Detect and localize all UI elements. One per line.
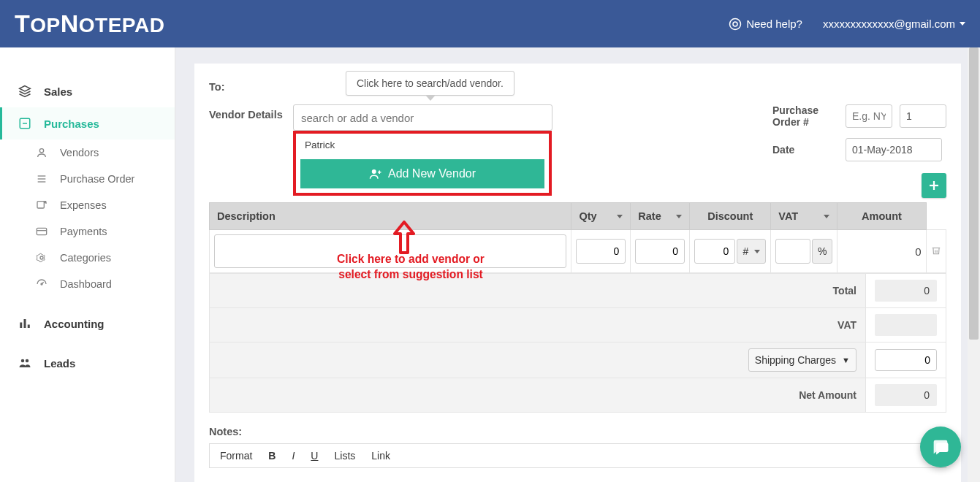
svg-point-20 <box>372 169 376 174</box>
th-description: Description <box>210 203 571 230</box>
svg-rect-17 <box>28 325 30 329</box>
share-icon <box>35 199 48 212</box>
svg-rect-10 <box>37 228 46 234</box>
discount-unit-select[interactable]: # <box>737 239 766 264</box>
chevron-down-icon <box>676 215 682 218</box>
svg-point-1 <box>733 22 737 26</box>
sidebar-item-dashboard[interactable]: Dashboard <box>0 271 175 297</box>
th-rate[interactable]: Rate <box>631 203 690 230</box>
date-label: Date <box>772 144 838 156</box>
sidebar-label: Accounting <box>44 318 105 330</box>
user-email: xxxxxxxxxxxxx@gmail.com <box>823 18 955 30</box>
purchase-order-form: To: Vendor Details Click here to search/… <box>194 64 961 482</box>
svg-rect-15 <box>20 323 22 329</box>
chevron-down-icon <box>824 215 829 218</box>
th-vat[interactable]: VAT <box>771 203 837 230</box>
chevron-down-icon <box>960 22 965 26</box>
sidebar: Sales Purchases Vendors Purchase Order E… <box>0 47 175 482</box>
net-amount-label: Net Amount <box>210 378 866 413</box>
sidebar-item-purchases[interactable]: Purchases <box>0 107 175 139</box>
svg-point-5 <box>39 149 43 153</box>
rate-input[interactable] <box>635 239 685 264</box>
svg-rect-16 <box>24 319 26 328</box>
sidebar-label: Sales <box>44 85 72 98</box>
link-button[interactable]: Link <box>371 450 390 462</box>
po-meta: Purchase Order # Date <box>772 104 946 161</box>
chat-icon <box>930 437 951 457</box>
bar-chart-icon <box>18 316 32 331</box>
sidebar-item-vendors[interactable]: Vendors <box>0 139 175 166</box>
vat-input[interactable] <box>775 239 810 264</box>
total-label: Total <box>210 274 866 308</box>
minus-square-icon <box>18 116 32 131</box>
th-amount: Amount <box>837 203 926 230</box>
add-new-vendor-button[interactable]: Add New Vendor <box>300 159 544 188</box>
svg-point-0 <box>730 18 741 29</box>
help-icon <box>729 18 742 31</box>
sidebar-label: Dashboard <box>60 278 112 290</box>
delete-row-button[interactable] <box>926 230 946 273</box>
total-value: 0 <box>875 280 937 302</box>
annotation-text: Click here to add vendor or select from … <box>316 251 506 282</box>
lists-menu[interactable]: Lists <box>334 450 355 462</box>
sidebar-label: Purchase Order <box>60 173 134 185</box>
vendor-search-input[interactable] <box>293 104 552 131</box>
vendor-details-label: Vendor Details <box>209 104 293 120</box>
sidebar-item-expenses[interactable]: Expenses <box>0 192 175 218</box>
svg-point-18 <box>21 359 25 363</box>
svg-point-19 <box>26 359 29 363</box>
scrollbar[interactable] <box>968 47 980 482</box>
underline-button[interactable]: U <box>311 450 318 462</box>
format-menu[interactable]: Format <box>220 450 252 462</box>
th-qty[interactable]: Qty <box>571 203 631 230</box>
chevron-down-icon <box>617 215 623 218</box>
svg-rect-9 <box>37 202 44 208</box>
vendor-tooltip: Click here to search/add vendor. <box>346 71 514 96</box>
vendor-combobox: Click here to search/add vendor. Patrick… <box>293 104 552 131</box>
sidebar-label: Categories <box>60 252 111 264</box>
user-icon <box>35 146 48 159</box>
sidebar-item-accounting[interactable]: Accounting <box>0 307 175 340</box>
app-logo: TOPNOTEPAD <box>15 9 164 38</box>
layers-icon <box>18 84 32 99</box>
user-plus-icon <box>369 167 382 180</box>
charges-select[interactable]: Shipping Charges ▼ <box>748 348 856 372</box>
charges-input[interactable] <box>875 349 937 371</box>
net-amount-value: 0 <box>875 384 937 406</box>
add-line-button[interactable] <box>922 173 946 198</box>
help-link[interactable]: Need help? <box>729 18 802 31</box>
vendor-option[interactable]: Patrick <box>296 134 549 156</box>
main-content: To: Vendor Details Click here to search/… <box>175 47 980 482</box>
plus-icon <box>927 179 941 192</box>
sidebar-item-leads[interactable]: Leads <box>0 347 175 379</box>
sidebar-item-purchase-order[interactable]: Purchase Order <box>0 166 175 192</box>
sidebar-label: Leads <box>44 357 75 370</box>
to-label: To: <box>209 77 293 93</box>
sidebar-item-categories[interactable]: Categories <box>0 245 175 271</box>
vat-unit: % <box>812 239 832 264</box>
th-discount: Discount <box>690 203 771 230</box>
card-icon <box>35 225 48 238</box>
add-vendor-label: Add New Vendor <box>388 167 476 180</box>
date-input[interactable] <box>846 138 942 161</box>
sidebar-item-sales[interactable]: Sales <box>0 75 175 107</box>
bold-button[interactable]: B <box>268 450 276 462</box>
gear-icon <box>35 251 48 264</box>
chat-button[interactable] <box>920 426 961 467</box>
discount-input[interactable] <box>694 239 735 264</box>
user-menu[interactable]: xxxxxxxxxxxxx@gmail.com <box>823 18 965 30</box>
help-label: Need help? <box>746 18 802 30</box>
notes-label: Notes: <box>209 426 946 437</box>
sidebar-label: Payments <box>60 226 107 237</box>
sidebar-label: Vendors <box>60 147 99 158</box>
sidebar-item-payments[interactable]: Payments <box>0 218 175 245</box>
po-prefix-input[interactable] <box>846 104 892 128</box>
scrollbar-thumb[interactable] <box>969 47 979 340</box>
po-number-input[interactable] <box>900 104 946 128</box>
italic-button[interactable]: I <box>292 450 295 462</box>
top-right: Need help? xxxxxxxxxxxxx@gmail.com <box>729 18 965 31</box>
sidebar-label: Purchases <box>44 118 99 130</box>
vendor-dropdown: Patrick Add New Vendor <box>293 131 552 196</box>
qty-input[interactable] <box>576 239 626 264</box>
top-bar: TOPNOTEPAD Need help? xxxxxxxxxxxxx@gmai… <box>0 0 980 47</box>
